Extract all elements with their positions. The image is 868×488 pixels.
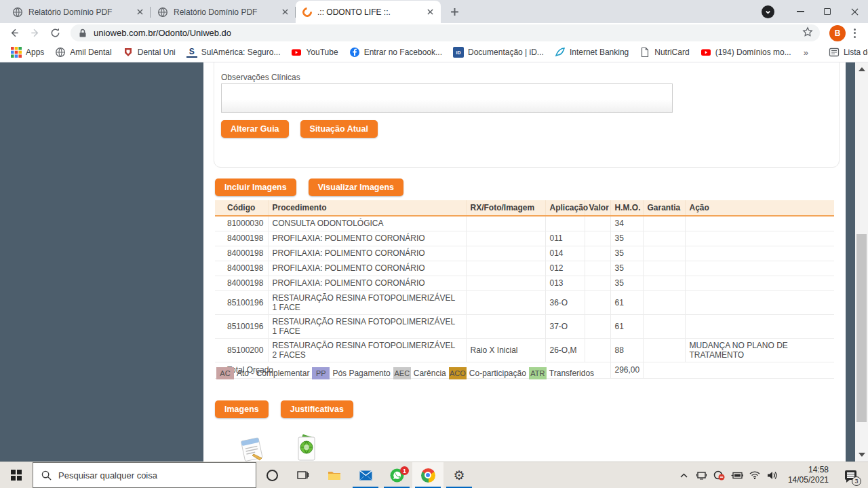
cell-codigo: 81000030: [215, 216, 268, 231]
cell-aplicacao: 012: [545, 261, 585, 276]
tab-relatorio-1[interactable]: Relatório Domínio PDF: [5, 1, 151, 23]
tab-odonto-life-active[interactable]: .:: ODONTO LIFE ::.: [296, 1, 441, 23]
youtube-icon: [701, 47, 711, 58]
bookmark-nutricard[interactable]: NutriCard: [635, 45, 693, 60]
alterar-guia-button[interactable]: Alterar Guia: [221, 120, 289, 138]
lock-icon[interactable]: [77, 28, 88, 39]
battery-icon[interactable]: [730, 462, 745, 488]
cell-rx: [466, 231, 545, 246]
bookmark-dental-uni[interactable]: Dental Uni: [119, 45, 180, 60]
cell-valor: [585, 261, 610, 276]
youtube-icon: [291, 47, 302, 58]
col-acao: Ação: [685, 200, 834, 216]
cell-valor: [585, 246, 610, 261]
cell-aplicacao: [545, 216, 585, 231]
imagens-button[interactable]: Imagens: [215, 400, 269, 418]
volume-icon[interactable]: [765, 462, 780, 488]
reading-list-label: Lista de leitura: [844, 48, 868, 57]
search-icon: [41, 470, 52, 481]
cell-rx: [466, 314, 545, 338]
whatsapp-button[interactable]: 1: [381, 462, 412, 488]
bookmark-internet-banking[interactable]: Internet Banking: [551, 45, 633, 60]
cell-valor: [585, 314, 610, 338]
sync-error-icon[interactable]: [712, 462, 727, 488]
cell-hmo: 35: [610, 231, 643, 246]
tab-close-icon[interactable]: [134, 7, 145, 18]
cast-display-icon[interactable]: [694, 462, 709, 488]
tab-close-icon[interactable]: [425, 7, 435, 18]
chrome-button[interactable]: [412, 462, 443, 488]
task-view-button[interactable]: [288, 462, 319, 488]
media-controls-icon[interactable]: [762, 5, 774, 18]
taskbar-clock[interactable]: 14:58 14/05/2021: [783, 465, 834, 485]
bookmark-sulamerica[interactable]: S SulAmérica: Seguro...: [182, 45, 285, 60]
bookmark-dominios[interactable]: (194) Domínios mo...: [696, 45, 795, 60]
cell-acao: [685, 261, 834, 276]
bookmarks-overflow-chevron[interactable]: »: [801, 48, 811, 58]
reload-button[interactable]: [46, 24, 64, 42]
bookmark-facebook[interactable]: Entrar no Facebook...: [345, 45, 446, 60]
col-rx-foto-imagem: RX/Foto/Imagem: [466, 200, 545, 216]
maximize-button[interactable]: [814, 1, 841, 22]
cortana-button[interactable]: [256, 462, 288, 488]
taskbar-search[interactable]: Pesquisar qualquer coisa: [33, 462, 256, 488]
bookmark-youtube[interactable]: YouTube: [287, 45, 342, 60]
scrollbar-thumb[interactable]: [856, 234, 867, 422]
cell-garantia: [643, 276, 685, 290]
task-view-icon: [297, 469, 309, 481]
tab-relatorio-2[interactable]: Relatório Domínio PDF: [151, 1, 296, 23]
browser-menu-icon[interactable]: [851, 29, 863, 38]
bookmark-label: (194) Domínios mo...: [715, 48, 791, 57]
bookmark-amil-dental[interactable]: Amil Dental: [51, 45, 115, 60]
notification-center-button[interactable]: 3: [837, 462, 864, 488]
tab-close-icon[interactable]: [279, 7, 290, 18]
windows-taskbar: Pesquisar qualquer coisa 1 ⚙: [0, 462, 868, 488]
col-aplicacao: Aplicação: [545, 200, 585, 216]
profile-avatar[interactable]: B: [829, 25, 846, 41]
cell-aplicacao: 014: [545, 246, 585, 261]
document-globe-icon[interactable]: [294, 434, 319, 462]
bookmark-star-icon[interactable]: [802, 26, 813, 40]
notepad-pencil-icon[interactable]: [239, 436, 266, 462]
forward-button[interactable]: [26, 24, 43, 42]
bookmark-label: Entrar no Facebook...: [364, 48, 442, 57]
visualizar-imagens-button[interactable]: Visualizar Imagens: [309, 179, 403, 196]
chrome-icon: [421, 468, 435, 483]
scroll-up-icon[interactable]: [859, 67, 865, 71]
justificativas-button[interactable]: Justificativas: [281, 400, 353, 418]
legend-badge-aco: ACO: [449, 367, 467, 379]
legend-label: Ato - Complementar: [237, 369, 309, 378]
incluir-imagens-button[interactable]: Incluir Imagens: [215, 179, 296, 196]
bookmark-documentacao[interactable]: iD Documentação | iD...: [449, 45, 548, 60]
cell-valor: [585, 216, 610, 231]
cell-codigo: 84000198: [215, 231, 268, 246]
file-explorer-button[interactable]: [319, 462, 350, 488]
bookmark-label: Amil Dental: [70, 48, 111, 57]
bookmark-apps[interactable]: Apps: [7, 45, 48, 60]
situacao-atual-button[interactable]: Situação Atual: [300, 120, 378, 138]
mail-button[interactable]: [350, 462, 381, 488]
odonto-life-favicon: [300, 5, 314, 19]
start-button[interactable]: [0, 462, 33, 488]
cell-rx: [466, 290, 545, 314]
reading-list-button[interactable]: Lista de leitura: [825, 45, 868, 60]
settings-button[interactable]: ⚙: [443, 462, 475, 488]
cell-hmo: 35: [610, 261, 643, 276]
procedures-table: Código Procedimento RX/Foto/Imagem Aplic…: [215, 200, 834, 379]
tray-expand-chevron[interactable]: [677, 462, 692, 488]
page-scrollbar[interactable]: [855, 62, 868, 462]
legend-label: Carência: [414, 369, 446, 378]
table-row: 84000198 PROFILAXIA: POLIMENTO CORONÁRIO…: [215, 261, 834, 276]
minimize-button[interactable]: [787, 1, 814, 22]
address-bar[interactable]: unioweb.com.br/Odonto/Uniweb.do: [71, 24, 820, 41]
scroll-down-icon[interactable]: [859, 453, 865, 457]
clinical-observations-textarea[interactable]: [221, 83, 673, 113]
cell-hmo: 35: [610, 246, 643, 261]
facebook-icon: [349, 47, 360, 58]
close-button[interactable]: [841, 1, 868, 22]
new-tab-button[interactable]: [445, 2, 464, 21]
back-button[interactable]: [5, 24, 23, 42]
wifi-icon[interactable]: [747, 462, 762, 488]
mail-icon: [359, 470, 372, 481]
table-row: 81000030 CONSULTA ODONTOLÓGICA 34: [215, 216, 834, 231]
